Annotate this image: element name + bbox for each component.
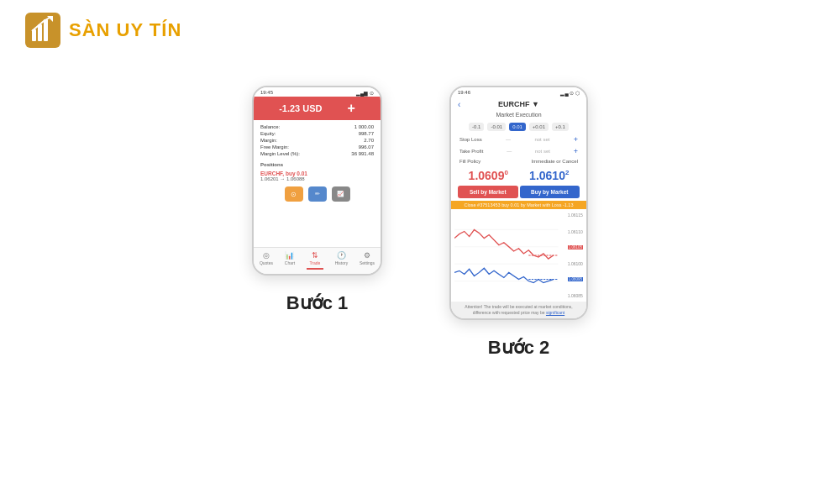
free-margin-label: Free Margin:	[260, 144, 333, 150]
margin-level-row: Margin Level (%): 36 991.48	[260, 150, 374, 157]
margin-level-label: Margin Level (%):	[260, 150, 333, 157]
chart-label-sell: 1.06105	[568, 245, 583, 249]
phone1-spacer	[254, 205, 381, 247]
nav-trade[interactable]: ⇅ Trade	[307, 251, 323, 270]
phone2-mockup: 19:46 ▂▄ ⊙ ⬡ ‹ EURCHF ▼ Market Execution…	[449, 86, 588, 320]
execution-type: Market Execution	[451, 112, 586, 120]
position-symbol: EURCHF, buy 0.01	[260, 171, 374, 176]
stop-loss-label: Stop Loss	[459, 137, 482, 142]
main-content: 19:45 ▂▄▆ ⊙ -1.23 USD + Balance: 1 000.0…	[0, 69, 840, 375]
disclaimer-link[interactable]: significant	[546, 310, 564, 315]
equity-row: Equity: 998.77	[260, 130, 374, 137]
logo-icon	[25, 13, 60, 48]
svg-rect-3	[44, 19, 48, 41]
fill-policy-value: Immediate or Cancel	[532, 159, 578, 164]
step-minus01[interactable]: -0.1	[469, 123, 484, 131]
balance-label: Balance:	[260, 123, 333, 130]
phone1-section: 19:45 ▂▄▆ ⊙ -1.23 USD + Balance: 1 000.0…	[252, 86, 382, 314]
phone1-mockup: 19:45 ▂▄▆ ⊙ -1.23 USD + Balance: 1 000.0…	[252, 86, 382, 276]
phone1-balance-table: Balance: 1 000.00 Equity: 998.77 Margin:…	[254, 120, 381, 160]
phone1-header-bar: -1.23 USD +	[254, 97, 381, 120]
trade-buttons: Sell by Market Buy by Market	[451, 186, 586, 201]
buy-price: 1.06102	[529, 169, 569, 182]
phone2-topbar: ‹ EURCHF ▼	[451, 97, 586, 112]
margin-row: Margin: 2.70	[260, 137, 374, 144]
phone2-time: 19:46	[458, 90, 470, 96]
equity-label: Equity:	[260, 130, 333, 137]
stop-loss-add[interactable]: +	[574, 135, 578, 144]
phone1-time: 19:45	[260, 90, 273, 96]
take-profit-add[interactable]: +	[574, 147, 578, 155]
margin-label: Margin:	[260, 137, 333, 144]
stop-loss-not-set: not set	[534, 137, 549, 142]
position-price: 1.06201 → 1.06088	[260, 176, 374, 181]
margin-value: 2.70	[333, 137, 374, 144]
phone1-navbar: ◎ Quotes 📊 Chart ⇅ Trade 🕐 History ⚙	[254, 247, 381, 274]
svg-rect-2	[38, 24, 42, 41]
stop-loss-dash: —	[506, 137, 511, 142]
position-row: EURCHF, buy 0.01 1.06201 → 1.06088	[254, 169, 381, 183]
positions-label: Positions	[254, 160, 381, 169]
quantity-steps: -0.1 -0.01 0.01 +0.01 +0.1	[451, 120, 586, 134]
sell-market-button[interactable]: Sell by Market	[458, 186, 518, 198]
action-btn-pencil[interactable]: ✏	[308, 186, 327, 202]
take-profit-dash: —	[507, 149, 512, 154]
take-profit-label: Take Profit	[459, 149, 483, 154]
phone2-status-bar: 19:46 ▂▄ ⊙ ⬡	[451, 87, 586, 97]
step2-label: Bước 2	[488, 337, 549, 359]
margin-level-value: 36 991.48	[333, 150, 374, 157]
action-btn-orange[interactable]: ⊙	[285, 186, 303, 202]
take-profit-row: Take Profit — not set +	[451, 145, 586, 157]
nav-chart[interactable]: 📊 Chart	[285, 251, 295, 270]
svg-rect-0	[25, 13, 60, 48]
chart-svg	[454, 213, 583, 298]
buy-market-button[interactable]: Buy by Market	[520, 186, 580, 198]
sell-price-main: 1.06090	[469, 169, 508, 182]
phone2-signal-icons: ▂▄ ⊙ ⬡	[560, 90, 580, 96]
bid-ask-prices: 1.06090 1.06102	[451, 165, 586, 186]
nav-quotes[interactable]: ◎ Quotes	[260, 251, 273, 270]
phone1-amount: -1.23 USD	[279, 103, 322, 113]
brand-prefix: SÀN	[69, 19, 117, 40]
header: SÀN UY TÍN	[0, 0, 840, 60]
step-plus01[interactable]: +0.1	[552, 123, 569, 131]
nav-settings[interactable]: ⚙ Settings	[360, 251, 375, 270]
nav-history[interactable]: 🕐 History	[335, 251, 349, 270]
phone1-action-buttons: ⊙ ✏ 📈	[254, 183, 381, 205]
sell-price: 1.06090	[469, 169, 508, 182]
disclaimer-text: Attention! The trade will be executed at…	[451, 302, 586, 318]
price-chart: 1.06115 1.06110 1.06105 1.06100 1.06095 …	[451, 209, 586, 302]
phone1-add-btn[interactable]: +	[348, 101, 355, 116]
currency-pair[interactable]: EURCHF ▼	[498, 100, 539, 108]
back-button[interactable]: ‹	[458, 100, 460, 109]
balance-value: 1 000.00	[333, 123, 374, 130]
brand-name: SÀN UY TÍN	[69, 19, 181, 41]
equity-value: 998.77	[333, 130, 374, 137]
step1-label: Bước 1	[286, 292, 348, 314]
chart-y-labels: 1.06115 1.06110 1.06105 1.06100 1.06095 …	[568, 213, 583, 298]
close-position-bar[interactable]: Close #37513453 buy 0.01 by Market with …	[451, 201, 586, 209]
step-001[interactable]: 0.01	[509, 123, 526, 131]
take-profit-not-set: not set	[535, 149, 550, 154]
buy-price-main: 1.06102	[529, 169, 569, 182]
phone1-status-bar: 19:45 ▂▄▆ ⊙	[254, 87, 381, 97]
step-minus001[interactable]: -0.01	[487, 123, 506, 131]
stop-loss-row: Stop Loss — not set +	[451, 134, 586, 145]
phone1-signal-icons: ▂▄▆ ⊙	[356, 90, 374, 96]
step-plus001[interactable]: +0.01	[529, 123, 549, 131]
balance-row: Balance: 1 000.00	[260, 123, 374, 130]
fill-policy-row: Fill Policy Immediate or Cancel	[451, 157, 586, 165]
chart-label-buy: 1.06095	[568, 277, 583, 281]
action-btn-chart[interactable]: 📈	[332, 186, 350, 202]
free-margin-value: 996.07	[333, 144, 374, 150]
fill-policy-label: Fill Policy	[459, 159, 480, 164]
free-margin-row: Free Margin: 996.07	[260, 144, 374, 150]
phone2-section: 19:46 ▂▄ ⊙ ⬡ ‹ EURCHF ▼ Market Execution…	[449, 86, 588, 359]
brand-highlight: UY TÍN	[117, 19, 182, 40]
